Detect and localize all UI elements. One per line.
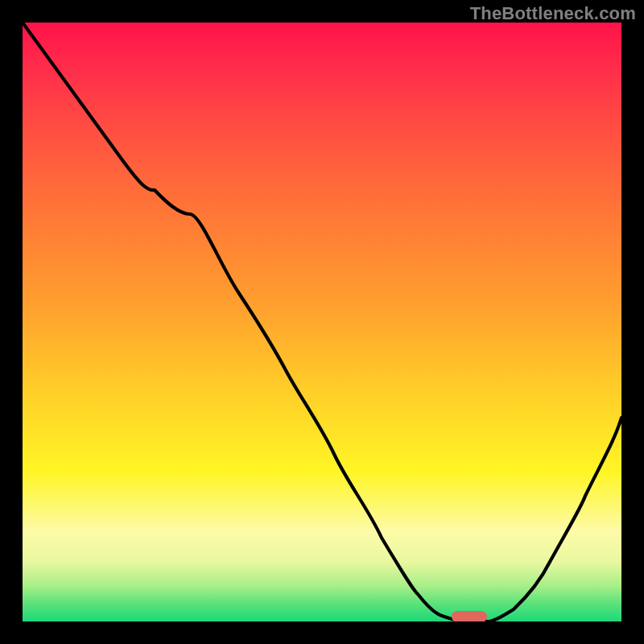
bottleneck-curve bbox=[23, 23, 621, 621]
chart-frame: TheBottleneck.com bbox=[0, 0, 644, 644]
plot-area bbox=[23, 23, 621, 621]
watermark-text: TheBottleneck.com bbox=[470, 3, 636, 24]
sweet-spot-marker bbox=[452, 611, 487, 621]
